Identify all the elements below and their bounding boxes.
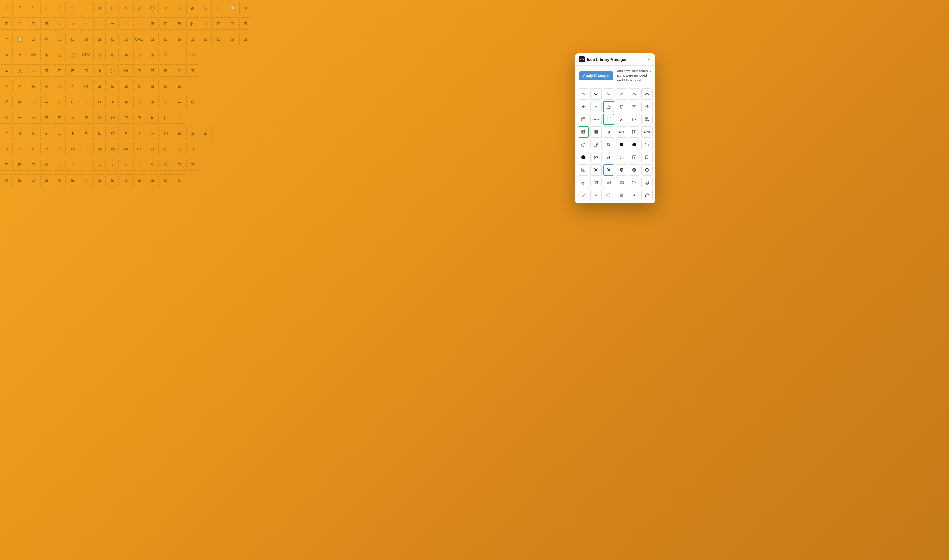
- bg-icon: ⋈: [159, 126, 172, 140]
- icon-cell-x-circle-fill[interactable]: [616, 164, 628, 176]
- apply-changes-button[interactable]: Apply Changes: [579, 71, 614, 80]
- icon-cell-arrow-box-1[interactable]: [578, 139, 589, 151]
- icon-cell-circle-dashed[interactable]: [641, 139, 653, 151]
- modal-header-left: </> Icon Library Manager: [579, 56, 626, 62]
- icon-cell-chevron-1[interactable]: [578, 88, 589, 100]
- bg-icon: Mg: [93, 142, 106, 155]
- bg-icon: ⊙: [119, 174, 133, 187]
- bg-icon: ↗: [66, 158, 80, 171]
- icon-cell-circle-fill-1[interactable]: [616, 139, 628, 151]
- bg-icon: ⊞: [133, 174, 146, 187]
- bg-icon: ✔: [13, 80, 26, 93]
- icon-cell-star-box[interactable]: [629, 126, 640, 138]
- svg-rect-18: [594, 130, 596, 132]
- icon-cell-arrow-circle[interactable]: [603, 101, 614, 112]
- icon-cell-compass[interactable]: [590, 152, 602, 163]
- icon-cell-link[interactable]: [641, 189, 653, 201]
- bg-icon: ⊡: [66, 32, 80, 46]
- bg-icon: ⊙: [40, 80, 53, 93]
- svg-rect-15: [581, 130, 584, 133]
- svg-rect-20: [594, 132, 596, 134]
- bg-icon: □: [26, 95, 40, 109]
- icon-cell-chevron-2[interactable]: [590, 88, 602, 100]
- icon-cell-document-arrow[interactable]: [641, 152, 653, 163]
- icon-cell-layers[interactable]: [603, 139, 614, 151]
- icon-cell-chevron-6[interactable]: [641, 88, 653, 100]
- bg-icon: ☁: [40, 95, 53, 109]
- icon-cell-cloud[interactable]: [629, 177, 640, 188]
- icon-cell-chip[interactable]: [616, 101, 628, 112]
- svg-point-0: [607, 105, 611, 109]
- icon-cell-download[interactable]: [629, 189, 640, 201]
- icon-cell-circle-outline[interactable]: [616, 152, 628, 163]
- icon-cell-list[interactable]: [616, 189, 628, 201]
- icon-cell-chevron-4[interactable]: [616, 88, 628, 100]
- bg-icon: ↑: [133, 17, 146, 30]
- svg-point-30: [632, 143, 636, 146]
- icon-cell-x-selected[interactable]: [603, 164, 614, 176]
- icon-library-modal: </> Icon Library Manager × Apply Changes…: [575, 53, 655, 203]
- svg-point-10: [621, 119, 622, 120]
- icon-cell-wui[interactable]: WUI: [616, 126, 628, 138]
- bg-icon: ⊞: [40, 64, 53, 77]
- bg-icon: ⊙: [186, 142, 199, 155]
- modal-close-button[interactable]: ×: [645, 56, 651, 62]
- icon-cell-chevron-3[interactable]: [603, 88, 614, 100]
- icon-cell-globe[interactable]: [603, 152, 614, 163]
- bg-icon: ⊠: [13, 158, 26, 171]
- icon-cell-chevron-down[interactable]: [590, 189, 602, 201]
- icon-cell-circle-fill-2[interactable]: [629, 139, 640, 151]
- bg-icon: ⊡: [106, 1, 119, 14]
- icon-cell-x-box[interactable]: [578, 164, 589, 176]
- bg-icon: →: [146, 126, 159, 140]
- bg-icon: ⊞: [26, 158, 40, 171]
- icon-cell-x-circle-2[interactable]: [629, 164, 640, 176]
- bg-icon: ⋀: [13, 64, 26, 77]
- bg-icon: ⊞: [133, 111, 146, 124]
- icon-cell-arrow-right[interactable]: [641, 101, 653, 112]
- icon-cell-arrow-up-2[interactable]: [590, 101, 602, 112]
- bg-icon: □: [53, 32, 66, 46]
- bg-icon: ⊙: [53, 174, 66, 187]
- icon-cell-star-box-2[interactable]: [590, 139, 602, 151]
- icon-cell-db[interactable]: [603, 114, 614, 125]
- bg-icon: abc: [186, 48, 199, 62]
- bg-icon: ⊙: [0, 126, 13, 140]
- icon-cell-close-1[interactable]: [590, 164, 602, 176]
- bg-icon: ⊙: [159, 95, 172, 109]
- icon-cell-code-box[interactable]: [629, 114, 640, 125]
- icon-cell-cc-2[interactable]: CC: [616, 177, 628, 188]
- icon-cell-cloud-2[interactable]: [603, 189, 614, 201]
- bg-icon: ↝: [26, 111, 40, 124]
- bg-icon: ◎: [133, 1, 146, 14]
- bg-icon: ₽: [66, 126, 80, 140]
- bg-icon: ±: [172, 48, 186, 62]
- bg-icon: ↓: [80, 95, 93, 109]
- icon-cell-circle-fill-large[interactable]: [578, 152, 589, 163]
- icon-cell-edit-table[interactable]: [578, 126, 589, 138]
- icon-cell-table[interactable]: [578, 114, 589, 125]
- icon-cell-table-arrow[interactable]: [641, 114, 653, 125]
- icon-cell-chevron-5[interactable]: [629, 88, 640, 100]
- icon-cell-x-circle-3[interactable]: [641, 164, 653, 176]
- icon-cell-grid-dots[interactable]: [590, 126, 602, 138]
- bg-icon: •: [80, 174, 93, 187]
- bg-icon: ⊠: [226, 32, 239, 46]
- icon-cell-screen-x[interactable]: [641, 177, 653, 188]
- modal-title: Icon Library Manager: [587, 57, 626, 62]
- icon-cell-table-layout[interactable]: [629, 152, 640, 163]
- icon-cell-cmas[interactable]: CMAS: [590, 114, 602, 125]
- icon-cell-cc[interactable]: CC: [590, 177, 602, 188]
- bg-icon: ▲: [0, 64, 13, 77]
- icon-cell-check[interactable]: [578, 189, 589, 201]
- icon-cell-filter[interactable]: [629, 101, 640, 112]
- icon-cell-arrow-up-1[interactable]: [578, 101, 589, 112]
- icon-cell-caption[interactable]: [603, 177, 614, 188]
- icon-cell-cics[interactable]: CICS: [641, 126, 653, 138]
- icon-cell-star-burst[interactable]: [616, 114, 628, 125]
- icon-cell-x-circle-outline[interactable]: [578, 177, 589, 188]
- bg-icon: ←: [80, 17, 93, 30]
- icon-cell-target-settings[interactable]: [603, 126, 614, 138]
- bg-icon: ⊡: [106, 32, 119, 46]
- bg-icon: ↑: [119, 17, 133, 30]
